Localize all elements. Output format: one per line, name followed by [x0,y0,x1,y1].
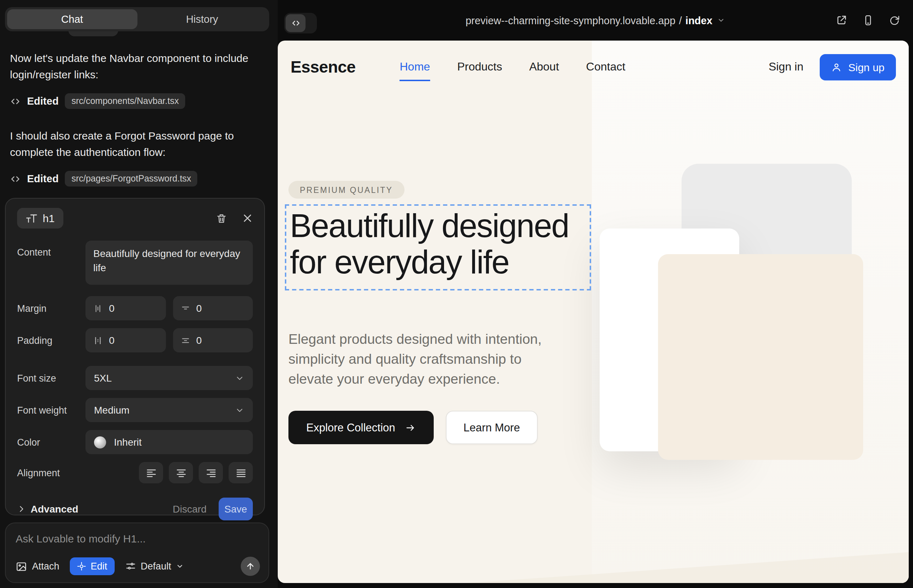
route-path: index [685,15,712,26]
attach-label: Attach [32,561,60,572]
advanced-label: Advanced [31,503,78,515]
url-separator: / [679,15,682,26]
attach-button[interactable]: Attach [16,561,60,572]
trash-icon [216,213,227,224]
chat-input[interactable] [16,533,259,544]
delete-element-button[interactable] [216,213,227,224]
chevron-down-icon [176,562,184,570]
preview-url: preview--charming-site-symphony.lovable.… [465,15,675,26]
assistant-message: Now let's update the Navbar component to… [10,50,264,82]
code-icon [10,96,21,107]
preview-topbar: preview--charming-site-symphony.lovable.… [278,0,913,40]
font-size-row: Font size 5XL [17,366,253,390]
chat-messages: Now let's update the Navbar component to… [0,31,278,186]
chat-composer: Attach Edit Default [5,522,269,583]
send-arrow-icon [246,562,255,571]
close-editor-button[interactable] [242,213,253,223]
nav-links: Home Products About Contact [400,60,626,73]
edit-target-icon [77,562,87,571]
padding-x-value: 0 [109,334,115,346]
align-justify-icon [235,468,246,477]
edited-label: Edited [27,95,59,107]
align-center-icon [176,468,186,477]
arrow-right-icon [405,423,416,433]
chat-history-tabs: Chat History [5,7,269,31]
external-link-icon[interactable] [835,14,847,26]
margin-label: Margin [17,302,86,314]
h1-selection-outline[interactable]: Beautifully designed for everyday life [285,204,591,291]
edited-file-row[interactable]: Edited src/components/Navbar.tsx [10,93,268,109]
nav-link-products[interactable]: Products [457,60,502,73]
image-icon [16,561,27,572]
tab-history[interactable]: History [137,9,267,29]
code-icon [10,173,21,184]
margin-row: Margin 0 0 [17,296,253,320]
margin-y-input[interactable]: 0 [173,296,253,320]
hero-section: PREMIUM QUALITY Beautifully designed for… [278,40,909,583]
send-button[interactable] [241,557,260,576]
learn-more-button[interactable]: Learn More [446,411,538,444]
text-icon [26,213,37,223]
edit-mode-button[interactable]: Edit [70,557,115,575]
site-navbar: Essence Home Products About Contact Sign… [278,40,909,93]
padding-y-value: 0 [196,334,202,346]
align-justify-button[interactable] [228,462,253,483]
hero-heading[interactable]: Beautifully designed for everyday life [290,208,590,281]
url-bar[interactable]: preview--charming-site-symphony.lovable.… [278,0,913,40]
tag-name: h1 [43,212,55,224]
align-left-button[interactable] [139,462,163,483]
composer-toolbar: Attach Edit Default [16,557,260,576]
save-button[interactable]: Save [219,498,253,520]
font-size-label: Font size [17,372,86,384]
selected-element-tag[interactable]: h1 [17,208,63,228]
close-icon [242,213,253,223]
model-selector[interactable]: Default [125,561,184,572]
nav-link-home[interactable]: Home [400,60,430,73]
editor-header: h1 [17,208,253,228]
nav-link-about[interactable]: About [529,60,559,73]
sign-in-link[interactable]: Sign in [769,60,803,73]
nav-auth: Sign in Sign up [769,54,896,80]
editor-footer: Advanced Discard Save [17,498,253,520]
font-weight-value: Medium [94,404,130,416]
refresh-icon[interactable] [889,15,900,26]
font-size-select[interactable]: 5XL [86,366,253,390]
padding-label: Padding [17,334,86,346]
color-label: Color [17,436,86,448]
nav-link-contact[interactable]: Contact [586,60,625,73]
edited-label: Edited [27,173,59,184]
padding-y-icon [181,336,190,345]
discard-button[interactable]: Discard [173,503,207,515]
tab-chat[interactable]: Chat [7,9,137,29]
margin-x-input[interactable]: 0 [86,296,165,320]
margin-x-icon [93,304,102,313]
font-weight-label: Font weight [17,404,86,416]
margin-x-value: 0 [109,302,115,314]
explore-collection-button[interactable]: Explore Collection [288,411,434,444]
chevron-right-icon [17,505,26,513]
color-picker[interactable]: Inherit [86,430,253,454]
padding-y-input[interactable]: 0 [173,328,253,352]
font-weight-row: Font weight Medium [17,398,253,422]
align-right-button[interactable] [199,462,223,483]
content-label: Content [17,241,86,258]
content-row: Content Beautifully designed for everyda… [17,241,253,285]
padding-x-input[interactable]: 0 [86,328,165,352]
chevron-down-icon [235,373,244,383]
edited-file-row[interactable]: Edited src/pages/ForgotPassword.tsx [10,171,268,186]
font-weight-select[interactable]: Medium [86,398,253,422]
chevron-down-icon [235,405,244,415]
chevron-down-icon [717,16,725,24]
align-center-button[interactable] [169,462,193,483]
content-input[interactable]: Beautifully designed for everyday life [86,241,253,285]
advanced-toggle[interactable]: Advanced [17,503,78,515]
sign-up-button[interactable]: Sign up [820,54,896,80]
default-label: Default [141,561,171,572]
assistant-message: I should also create a Forgot Password p… [10,128,264,160]
edit-label: Edit [91,561,108,572]
mobile-icon[interactable] [863,14,874,26]
site-logo[interactable]: Essence [291,57,356,76]
file-path-badge[interactable]: src/pages/ForgotPassword.tsx [65,171,197,186]
file-path-badge[interactable]: src/components/Navbar.tsx [65,93,186,109]
quality-badge: PREMIUM QUALITY [288,181,404,199]
